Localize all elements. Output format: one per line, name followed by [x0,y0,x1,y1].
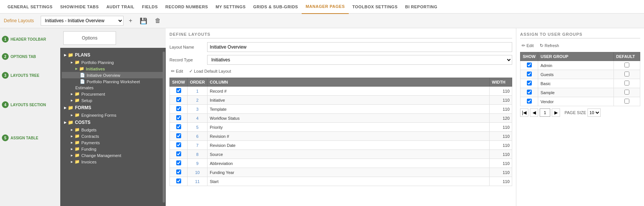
assign-default-checkbox[interactable] [624,72,629,76]
tree-item-initiatives[interactable]: ▸ 📁 Initiatives [62,66,164,72]
assign-show-checkbox[interactable] [527,81,532,85]
assign-default-checkbox[interactable] [624,63,629,67]
row-show-cell[interactable] [170,159,188,168]
row-show-checkbox[interactable] [176,142,181,147]
assign-default-cell[interactable] [614,79,640,88]
tree-item-procurement[interactable]: ▸ 📁 Procurement [62,91,164,97]
labels-column: 1 HEADER TOOLBAR 2 OPTIONS TAB 3 LAYOUTS… [0,28,60,206]
nav-audit-trail[interactable]: AUDIT TRAIL [102,0,138,14]
setup-folder-icon: 📁 [75,98,80,103]
assign-show-checkbox[interactable] [527,99,532,104]
page-size-select[interactable]: 10 25 50 [588,108,601,117]
row-show-cell[interactable] [170,141,188,150]
layout-name-input[interactable] [207,42,512,52]
row-show-cell[interactable] [170,105,188,114]
options-button[interactable]: Options [63,31,116,45]
first-page-button[interactable]: |◀ [520,108,528,117]
row-column-cell: Source [207,150,489,159]
layouts-grid: SHOW ORDER COLUMN WIDTH 1 Record # 110 2… [169,78,512,186]
nav-manager-pages[interactable]: MANAGER PAGES [302,0,348,14]
nav-bi-reporting[interactable]: BI REPORTING [401,0,441,14]
nav-general-settings[interactable]: GENERAL SETTINGS [4,0,56,14]
assign-default-cell[interactable] [614,61,640,70]
row-show-cell[interactable] [170,123,188,132]
tree-item-portfolio-planning[interactable]: ▸ 📁 Portfolio Planning [62,59,164,66]
nav-grids-sub-grids[interactable]: GRIDS & SUB-GRIDS [249,0,302,14]
assign-default-cell[interactable] [614,97,640,106]
list-item: Basic [520,79,640,88]
row-width-cell: 110 [490,96,512,105]
layout-dropdown[interactable]: Initiatives - Initiative Overview Initia… [41,16,124,26]
nav-fields[interactable]: FIELDS [138,0,162,14]
row-show-checkbox[interactable] [176,124,181,129]
row-show-checkbox[interactable] [176,106,181,111]
assign-show-checkbox[interactable] [527,72,532,76]
assign-default-cell[interactable] [614,70,640,79]
row-show-checkbox[interactable] [176,160,181,165]
assign-edit-button[interactable]: ✏ Edit [520,42,535,49]
funding-arrow-icon: ▸ [71,146,73,151]
assign-show-cell[interactable] [520,61,538,70]
tree-item-engineering-forms[interactable]: ▸ 📁 Engineering Forms [62,112,164,118]
row-show-cell[interactable] [170,168,188,177]
row-show-checkbox[interactable] [176,133,181,138]
row-show-cell[interactable] [170,150,188,159]
tree-scrollbar[interactable] [163,52,165,203]
row-show-checkbox[interactable] [176,88,181,93]
row-show-cell[interactable] [170,96,188,105]
assign-show-checkbox[interactable] [527,63,532,67]
page-number-input[interactable] [540,108,550,117]
assign-show-cell[interactable] [520,70,538,79]
row-show-cell[interactable] [170,132,188,141]
row-show-checkbox[interactable] [176,169,181,174]
assign-show-cell[interactable] [520,79,538,88]
assign-show-cell[interactable] [520,88,538,97]
load-default-button[interactable]: ✓ Load Default Layout [188,68,232,75]
page-size-label: PAGE SIZE [565,110,586,115]
nav-record-numbers[interactable]: RECORD NUMBERS [162,0,212,14]
nav-my-settings[interactable]: MY SETTINGS [212,0,249,14]
row-show-checkbox[interactable] [176,115,181,120]
edit-layout-button[interactable]: ✏ Edit [169,68,185,75]
assign-group-cell: Vendor [538,97,614,106]
tree-item-portfolio-planning-worksheet[interactable]: 📄 Portfolio Planning Worksheet [62,78,164,85]
define-layouts-toolbar: ✏ Edit ✓ Load Default Layout [169,68,512,75]
row-show-checkbox[interactable] [176,179,181,183]
nav-show-hide-tabs[interactable]: SHOW/HIDE TABS [56,0,103,14]
row-show-checkbox[interactable] [176,151,181,156]
save-layout-button[interactable]: 💾 [137,17,150,25]
define-layouts-label[interactable]: Define Layouts [4,18,34,23]
row-column-cell: Template [207,105,489,114]
tree-item-payments[interactable]: ▸ 📁 Payments [62,139,164,146]
row-show-checkbox[interactable] [176,97,181,102]
initiatives-folder-icon: 📁 [79,66,84,71]
assign-col-user-group: USER GROUP [538,52,614,61]
label-text-2: OPTIONS TAB [11,55,36,59]
tree-item-setup[interactable]: ▸ 📁 Setup [62,97,164,104]
assign-default-checkbox[interactable] [624,81,629,85]
delete-layout-button[interactable]: 🗑 [153,17,163,25]
next-page-button[interactable]: ▶ [552,108,560,117]
assign-default-cell[interactable] [614,88,640,97]
nav-toolbox-settings[interactable]: TOOLBOX SETTINGS [349,0,401,14]
row-show-cell[interactable] [170,87,188,96]
assign-default-checkbox[interactable] [624,90,629,95]
prev-page-button[interactable]: ◀ [530,108,538,117]
add-layout-button[interactable]: + [127,17,134,25]
assign-show-checkbox[interactable] [527,90,532,95]
tree-item-estimates[interactable]: Estimates [62,85,164,91]
row-width-cell: 110 [490,132,512,141]
assign-show-cell[interactable] [520,97,538,106]
assign-refresh-button[interactable]: ↻ Refresh [538,42,561,49]
record-type-select[interactable]: Initiatives [207,55,512,65]
row-show-cell[interactable] [170,114,188,123]
tree-item-change-management[interactable]: ▸ 📁 Change Management [62,152,164,159]
row-show-cell[interactable] [170,177,188,186]
assign-default-checkbox[interactable] [624,99,629,104]
tree-item-initiative-overview[interactable]: 📄 Initiative Overview [62,72,164,78]
assign-group-cell: Basic [538,79,614,88]
tree-item-budgets[interactable]: ▸ 📁 Budgets [62,127,164,133]
tree-item-funding[interactable]: ▸ 📁 Funding [62,146,164,152]
tree-item-contracts[interactable]: ▸ 📁 Contracts [62,133,164,139]
tree-item-invoices[interactable]: ▸ 📁 Invoices [62,159,164,165]
